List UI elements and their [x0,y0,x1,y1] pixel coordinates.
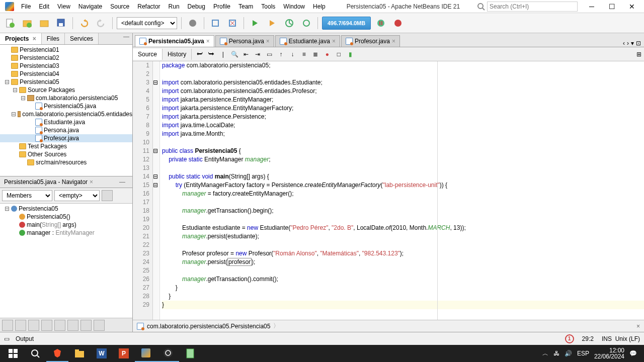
nav-item[interactable]: Persistencia05() [0,213,132,221]
nav-filter-icon[interactable] [102,190,113,201]
menu-edit[interactable]: Edit [35,1,53,12]
editor-tab[interactable]: Persona.java× [215,35,274,47]
navigator-close-icon[interactable]: × [90,178,93,186]
tree-item[interactable]: Profesor.java [0,134,132,142]
nav-btn-7[interactable] [80,320,92,331]
empty-select[interactable]: <empty> [54,190,100,201]
editor-tab[interactable]: Estudiante.java× [275,35,340,47]
editor-tab[interactable]: Persistencia05.java× [135,35,214,47]
taskbar-app-obs[interactable] [157,345,179,362]
ed-comment-icon[interactable]: ≡ [299,49,309,59]
menu-navigate[interactable]: Navigate [74,1,106,12]
tab-close-icon[interactable]: × [332,38,336,45]
taskbar-app-word[interactable]: W [91,345,113,362]
tree-item[interactable]: Other Sources [0,150,132,158]
tray-network-icon[interactable]: 🖧 [553,350,559,357]
taskbar-app-brave[interactable] [46,345,68,362]
menu-run[interactable]: Run [165,1,184,12]
close-button[interactable]: ✕ [622,0,642,13]
tree-item[interactable]: Persistencia03 [0,62,132,70]
editor-tab[interactable]: Profesor.java× [341,35,400,47]
panel-tab-projects[interactable]: Projects × [0,33,42,44]
memory-indicator[interactable]: 496.7/694.0MB [322,17,371,30]
taskbar-app-netbeans[interactable] [135,345,157,362]
nav-item[interactable]: ⊟Persistencia05 [0,205,132,213]
notification-icon[interactable]: 1 [565,334,574,343]
tab-close-icon[interactable]: × [206,38,210,45]
tab-close-icon[interactable]: × [266,38,270,45]
tray-notifications-icon[interactable]: 💬 [629,350,637,357]
tab-scroll-right-icon[interactable]: › [627,40,629,47]
ed-find-icon[interactable]: 🔍 [229,49,239,59]
redo-icon[interactable] [94,16,108,30]
ed-split-icon[interactable]: ⊞ [634,49,644,59]
clean-build-icon[interactable] [208,16,222,30]
taskbar-app-powerpoint[interactable]: P [113,345,135,362]
taskbar-app-explorer[interactable] [68,345,91,362]
undo-icon[interactable] [77,16,91,30]
maximize-button[interactable]: ☐ [602,0,622,13]
menu-help[interactable]: Help [309,1,330,12]
search-taskbar-icon[interactable] [24,345,46,362]
ed-stop-icon[interactable]: □ [334,49,344,59]
minimize-button[interactable]: ─ [582,0,602,13]
output-tab-icon[interactable]: ▭ [4,335,10,342]
ed-fwd-icon[interactable]: ⮩ [206,49,216,59]
tray-clock[interactable]: 12:00 22/06/2024 [594,347,624,359]
ed-next-icon[interactable]: ⇥ [253,49,263,59]
ed-sel-icon[interactable]: ▭ [264,49,274,59]
menu-profile[interactable]: Profile [209,1,234,12]
tab-max-icon[interactable]: ⊡ [636,40,641,47]
reload-icon[interactable] [299,16,313,30]
tree-item[interactable]: Persistencia01 [0,46,132,54]
nav-btn-3[interactable] [28,320,39,331]
save-all-icon[interactable] [54,16,68,30]
ed-down-icon[interactable]: ↓ [287,49,297,59]
projects-tree[interactable]: Persistencia01Persistencia02Persistencia… [0,45,132,176]
menu-refactor[interactable]: Refactor [133,1,164,12]
menu-debug[interactable]: Debug [184,1,209,12]
tree-item[interactable]: ⊟Source Packages [0,86,132,94]
ed-up-icon[interactable]: ↑ [276,49,286,59]
menu-team[interactable]: Team [234,1,257,12]
tab-list-icon[interactable]: ▾ [631,40,634,47]
nav-btn-4[interactable] [41,320,52,331]
navigator-minimize-icon[interactable]: — [116,178,128,186]
tree-item[interactable]: Test Packages [0,142,132,150]
run-icon[interactable] [248,16,262,30]
tree-item[interactable]: Persistencia02 [0,54,132,62]
open-project-icon[interactable] [37,16,51,30]
navigator-tree[interactable]: ⊟Persistencia05Persistencia05()main(Stri… [0,204,132,318]
menu-file[interactable]: File [17,1,35,12]
ed-uncomment-icon[interactable]: ≣ [310,49,320,59]
output-label[interactable]: Output [16,335,34,342]
code-editor[interactable]: 1234567891011121314151617181920212223242… [133,61,644,320]
nav-item[interactable]: manager : EntityManager [0,229,132,237]
subtab-source[interactable]: Source [133,49,163,60]
nav-btn-6[interactable] [67,320,78,331]
new-project-icon[interactable] [20,16,34,30]
tree-item[interactable]: Persona.java [0,126,132,134]
build-icon[interactable] [186,16,200,30]
stop-icon[interactable] [391,16,405,30]
panel-tab-files[interactable]: Files [42,33,65,44]
start-button[interactable] [2,345,24,362]
ed-macro-icon[interactable]: ▮ [345,49,355,59]
nav-btn-1[interactable] [2,320,13,331]
tree-item[interactable]: Persistencia04 [0,70,132,78]
tray-language[interactable]: ESP [577,350,589,357]
members-select[interactable]: Members [2,190,52,201]
tree-item[interactable]: ⊟com.laboratorio.persistencia05.entidade… [0,110,132,118]
pause-icon[interactable] [374,16,388,30]
tray-volume-icon[interactable]: 🔊 [565,350,572,357]
ed-back-icon[interactable]: ⮨ [195,49,205,59]
subtab-history[interactable]: History [163,49,192,60]
config-select[interactable]: <default config> [117,17,177,29]
tree-item[interactable]: Estudiante.java [0,118,132,126]
menu-source[interactable]: Source [106,1,133,12]
nav-btn-5[interactable] [54,320,65,331]
nav-btn-2[interactable] [15,320,26,331]
nav-btn-8[interactable] [94,320,105,331]
breadcrumb-close-icon[interactable]: × [636,323,640,330]
tree-item[interactable]: ⊟Persistencia05 [0,78,132,86]
